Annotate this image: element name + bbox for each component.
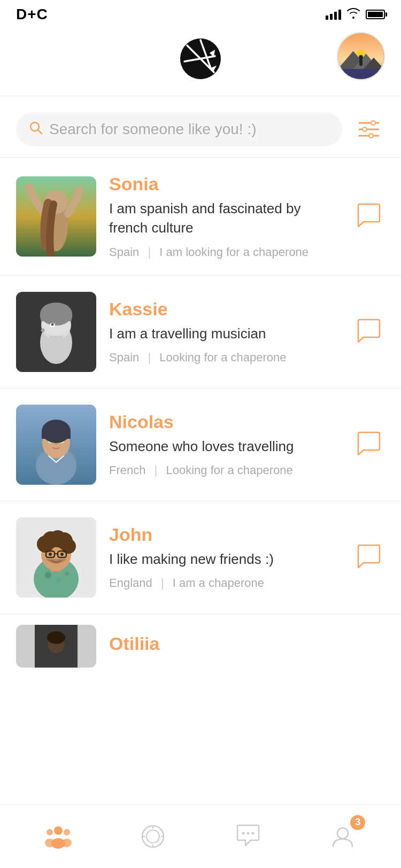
svg-line-15 bbox=[38, 130, 42, 134]
svg-point-80 bbox=[251, 832, 254, 834]
user-name-otiliia: Otiliia bbox=[109, 633, 385, 654]
user-photo-otiliia bbox=[16, 625, 96, 668]
user-name-nicolas: Nicolas bbox=[109, 412, 340, 432]
chat-button-sonia[interactable] bbox=[353, 200, 385, 232]
signal-icon bbox=[326, 9, 341, 20]
svg-point-50 bbox=[65, 571, 69, 576]
user-photo-john bbox=[16, 517, 96, 598]
bottom-nav: 3 bbox=[0, 804, 401, 868]
search-placeholder: Search for someone like you! :) bbox=[49, 121, 257, 138]
user-card-john: John I like making new friends :) Englan… bbox=[0, 501, 401, 614]
filter-button[interactable] bbox=[353, 114, 385, 144]
svg-point-21 bbox=[369, 134, 373, 138]
svg-point-33 bbox=[51, 323, 54, 326]
search-bar[interactable]: Search for someone like you! :) bbox=[16, 112, 342, 146]
user-looking-sonia: I am looking for a chaperone bbox=[159, 245, 309, 259]
search-icon bbox=[29, 121, 43, 138]
svg-point-68 bbox=[47, 829, 53, 835]
user-photo-nicolas bbox=[16, 405, 96, 485]
nav-item-explore[interactable] bbox=[121, 815, 185, 858]
user-location-nicolas: French bbox=[109, 463, 145, 477]
chat-button-john[interactable] bbox=[353, 541, 385, 574]
search-area: Search for someone like you! :) bbox=[0, 96, 401, 158]
svg-point-66 bbox=[54, 826, 63, 835]
user-location-sonia: Spain bbox=[109, 245, 139, 259]
user-info-kassie: Kassie I am a travelling musician Spain … bbox=[109, 299, 340, 365]
user-meta-john: England | I am a chaperone bbox=[109, 576, 340, 590]
status-bar: D+C bbox=[0, 0, 401, 27]
user-bio-kassie: I am a travelling musician bbox=[109, 324, 340, 343]
profile-badge: 3 bbox=[350, 815, 365, 830]
user-name-kassie: Kassie bbox=[109, 299, 340, 320]
meta-divider: | bbox=[148, 245, 151, 259]
user-meta-kassie: Spain | Looking for a chaperone bbox=[109, 351, 340, 365]
nav-item-people[interactable] bbox=[26, 815, 90, 858]
meta-divider: | bbox=[155, 463, 158, 477]
svg-point-69 bbox=[45, 839, 55, 847]
svg-point-49 bbox=[56, 578, 61, 583]
svg-point-17 bbox=[371, 121, 375, 125]
svg-point-73 bbox=[146, 830, 159, 843]
svg-point-71 bbox=[62, 839, 72, 847]
user-name-sonia: Sonia bbox=[109, 174, 340, 195]
meta-divider: | bbox=[161, 576, 164, 590]
user-looking-kassie: Looking for a chaperone bbox=[159, 351, 286, 364]
svg-rect-29 bbox=[49, 336, 63, 349]
user-card-sonia: Sonia I am spanish and fascinated by fre… bbox=[0, 158, 401, 276]
svg-point-19 bbox=[363, 127, 367, 131]
svg-point-48 bbox=[45, 572, 51, 578]
nav-item-messages[interactable] bbox=[216, 815, 280, 858]
chat-button-kassie[interactable] bbox=[353, 316, 385, 348]
svg-rect-45 bbox=[42, 432, 71, 439]
user-meta-nicolas: French | Looking for a chaperone bbox=[109, 463, 340, 477]
user-info-john: John I like making new friends :) Englan… bbox=[109, 524, 340, 590]
user-name-john: John bbox=[109, 524, 340, 545]
svg-point-78 bbox=[242, 832, 244, 834]
status-icons bbox=[326, 8, 385, 21]
user-card-kassie: Kassie I am a travelling musician Spain … bbox=[0, 276, 401, 389]
svg-point-62 bbox=[60, 553, 64, 556]
nav-item-profile[interactable]: 3 bbox=[311, 815, 375, 858]
svg-point-34 bbox=[41, 329, 44, 332]
svg-point-61 bbox=[49, 553, 52, 556]
svg-point-44 bbox=[42, 420, 71, 443]
user-card-otiliia-partial: Otiliia bbox=[0, 614, 401, 742]
user-looking-john: I am a chaperone bbox=[173, 576, 264, 590]
user-avatar[interactable] bbox=[337, 32, 385, 80]
user-location-john: England bbox=[109, 576, 152, 590]
svg-point-81 bbox=[337, 828, 348, 839]
meta-divider: | bbox=[148, 351, 151, 364]
user-card-nicolas: Nicolas Someone who loves travelling Fre… bbox=[0, 389, 401, 501]
svg-rect-12 bbox=[359, 59, 363, 66]
user-info-sonia: Sonia I am spanish and fascinated by fre… bbox=[109, 174, 340, 259]
user-bio-nicolas: Someone who loves travelling bbox=[109, 437, 340, 456]
svg-point-70 bbox=[64, 829, 70, 835]
svg-point-72 bbox=[142, 826, 164, 847]
chat-button-nicolas[interactable] bbox=[353, 429, 385, 461]
carrier-text: D+C bbox=[16, 6, 48, 23]
svg-rect-10 bbox=[338, 69, 384, 79]
logo bbox=[171, 29, 230, 88]
user-bio-sonia: I am spanish and fascinated by french cu… bbox=[109, 199, 340, 238]
svg-point-13 bbox=[359, 55, 363, 59]
user-looking-nicolas: Looking for a chaperone bbox=[166, 463, 292, 477]
user-info-nicolas: Nicolas Someone who loves travelling Fre… bbox=[109, 412, 340, 477]
user-info-otiliia-partial: Otiliia bbox=[109, 633, 385, 658]
user-location-kassie: Spain bbox=[109, 351, 139, 364]
user-photo-kassie bbox=[16, 292, 96, 372]
user-photo-sonia bbox=[16, 176, 96, 257]
header bbox=[0, 27, 401, 96]
user-bio-john: I like making new friends :) bbox=[109, 549, 340, 569]
user-meta-sonia: Spain | I am looking for a chaperone bbox=[109, 245, 340, 259]
svg-point-79 bbox=[246, 832, 249, 834]
svg-point-65 bbox=[47, 631, 65, 644]
battery-icon bbox=[366, 10, 385, 19]
wifi-icon bbox=[346, 8, 360, 21]
